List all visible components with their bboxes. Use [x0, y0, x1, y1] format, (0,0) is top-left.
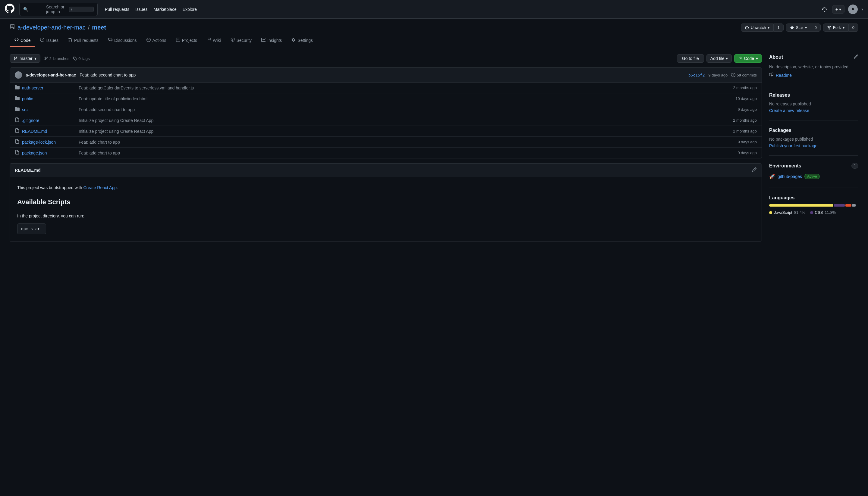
notifications-button[interactable]: [821, 5, 828, 13]
readme-intro-text: This project was bootstrapped with: [17, 185, 82, 190]
folder-icon: [15, 96, 19, 102]
commit-author[interactable]: a-developer-and-her-mac: [26, 73, 76, 77]
file-name-gitignore[interactable]: .gitignore: [22, 118, 76, 123]
file-name-auth-server[interactable]: auth-server: [22, 86, 76, 90]
tab-issues[interactable]: Issues: [35, 34, 63, 47]
file-name-src[interactable]: src: [22, 107, 76, 112]
tab-projects-label: Projects: [182, 38, 197, 43]
tab-insights-label: Insights: [267, 38, 282, 43]
chevron-down-icon: ▾: [805, 25, 807, 30]
add-file-button[interactable]: Add file ▾: [706, 54, 732, 63]
tab-security[interactable]: Security: [226, 34, 257, 47]
publish-package-link[interactable]: Publish your first package: [769, 143, 817, 148]
readme-sidebar-link[interactable]: Readme: [776, 73, 792, 78]
create-react-app-link[interactable]: Create React App: [83, 185, 117, 190]
environments-count: 1: [851, 163, 858, 169]
goto-file-button[interactable]: Go to file: [677, 54, 704, 63]
commit-hash[interactable]: b5c15f2: [688, 73, 705, 77]
packages-section: Packages No packages published Publish y…: [769, 128, 858, 156]
tab-settings-label: Settings: [298, 38, 313, 43]
repo-main: master ▾ 2 branches 0 tags Go to file: [10, 54, 762, 242]
star-group: Star ▾ 0: [786, 24, 821, 32]
releases-none: No releases published: [769, 102, 858, 106]
about-edit-button[interactable]: [854, 54, 858, 60]
repo-header: a-developer-and-her-mac / meet Unwatch ▾…: [0, 19, 868, 32]
releases-title: Releases: [769, 92, 858, 98]
nav-marketplace[interactable]: Marketplace: [151, 5, 179, 14]
file-msg: Initialize project using Create React Ap…: [79, 129, 731, 134]
releases-section: Releases No releases published Create a …: [769, 92, 858, 121]
navbar-actions: + ▾ ▾: [821, 4, 863, 14]
wiki-tab-icon: [207, 38, 211, 43]
commit-avatar: [15, 72, 22, 79]
tab-insights[interactable]: Insights: [256, 34, 287, 47]
tags-link[interactable]: 0 tags: [78, 56, 90, 61]
file-name-readme[interactable]: README.md: [22, 129, 76, 134]
tab-settings[interactable]: Settings: [287, 34, 318, 47]
fork-button[interactable]: Fork ▾: [823, 24, 849, 32]
code-label: Code: [744, 56, 754, 61]
file-name-package-json[interactable]: package.json: [22, 151, 76, 155]
commit-history[interactable]: 50 commits: [731, 73, 757, 77]
file-msg: Initialize project using Create React Ap…: [79, 118, 731, 123]
js-pct: 81.4%: [794, 210, 805, 215]
readme-scripts-desc: In the project directory, you can run:: [17, 213, 754, 220]
file-row: auth-server Feat: add getCalendarEvents …: [10, 82, 762, 93]
code-button[interactable]: Code ▾: [734, 54, 762, 63]
tab-wiki-label: Wiki: [213, 38, 221, 43]
file-name-package-lock[interactable]: package-lock.json: [22, 140, 76, 144]
chevron-down-icon: ▾: [843, 25, 845, 30]
repo-owner-link[interactable]: a-developer-and-her-mac: [17, 24, 86, 31]
languages-bar: [769, 204, 858, 206]
nav-issues[interactable]: Issues: [133, 5, 150, 14]
star-button[interactable]: Star ▾: [786, 24, 811, 32]
file-msg: Feat: update title of public/index.html: [79, 96, 733, 101]
branch-selector[interactable]: master ▾: [10, 54, 40, 63]
environments-section: Environments 1 🚀 github-pages Active: [769, 163, 858, 188]
tab-code-label: Code: [20, 38, 30, 43]
github-logo[interactable]: [5, 4, 14, 15]
tab-projects[interactable]: Projects: [171, 34, 202, 47]
create-new-button[interactable]: + ▾: [832, 5, 844, 14]
create-release-link[interactable]: Create a new release: [769, 108, 809, 113]
file-time: 2 months ago: [733, 118, 757, 123]
star-label: Star: [796, 25, 803, 30]
tab-actions[interactable]: Actions: [141, 34, 171, 47]
file-icon: [15, 150, 19, 156]
settings-tab-icon: [291, 38, 296, 43]
branches-link[interactable]: 2 branches: [49, 56, 69, 61]
languages-section: Languages JavaScript 81.4% CSS 11.8%: [769, 195, 858, 222]
repo-header-actions: Unwatch ▾ 1 Star ▾ 0 Fork ▾ 0: [741, 24, 858, 32]
readme-body: This project was bootstrapped with Creat…: [10, 177, 762, 242]
user-avatar[interactable]: [848, 4, 858, 14]
repo-sidebar: About No description, website, or topics…: [769, 54, 858, 242]
repo-name-link[interactable]: meet: [92, 24, 106, 31]
file-msg: Feat: add chart to app: [79, 140, 735, 144]
file-msg: Feat: add second chart to app: [79, 107, 735, 112]
tab-pull-requests[interactable]: Pull requests: [63, 34, 103, 47]
npm-start-code: npm start: [17, 223, 46, 234]
env-name-link[interactable]: github-pages: [778, 174, 802, 179]
unwatch-count[interactable]: 1: [774, 24, 783, 32]
nav-explore[interactable]: Explore: [180, 5, 199, 14]
lang-other-bar: [852, 204, 856, 206]
fork-count[interactable]: 0: [849, 24, 858, 32]
file-row: src Feat: add second chart to app 9 days…: [10, 104, 762, 115]
file-time: 2 months ago: [733, 86, 757, 90]
search-bar[interactable]: 🔍 Search or jump to... /: [19, 3, 98, 16]
nav-pull-requests[interactable]: Pull requests: [103, 5, 132, 14]
css-dot: [810, 211, 813, 214]
readme-intro: This project was bootstrapped with Creat…: [17, 184, 754, 191]
tab-code[interactable]: Code: [10, 34, 35, 47]
readme-link: Readme: [769, 73, 858, 78]
issues-tab-icon: [40, 38, 44, 43]
chevron-down-icon: ▾: [768, 25, 770, 30]
star-count[interactable]: 0: [811, 24, 821, 32]
tab-actions-label: Actions: [152, 38, 166, 43]
readme-edit-button[interactable]: [752, 167, 757, 173]
tab-discussions[interactable]: Discussions: [103, 34, 141, 47]
folder-icon: [15, 85, 19, 91]
unwatch-button[interactable]: Unwatch ▾: [741, 24, 774, 32]
tab-wiki[interactable]: Wiki: [202, 34, 225, 47]
file-name-public[interactable]: public: [22, 96, 76, 101]
